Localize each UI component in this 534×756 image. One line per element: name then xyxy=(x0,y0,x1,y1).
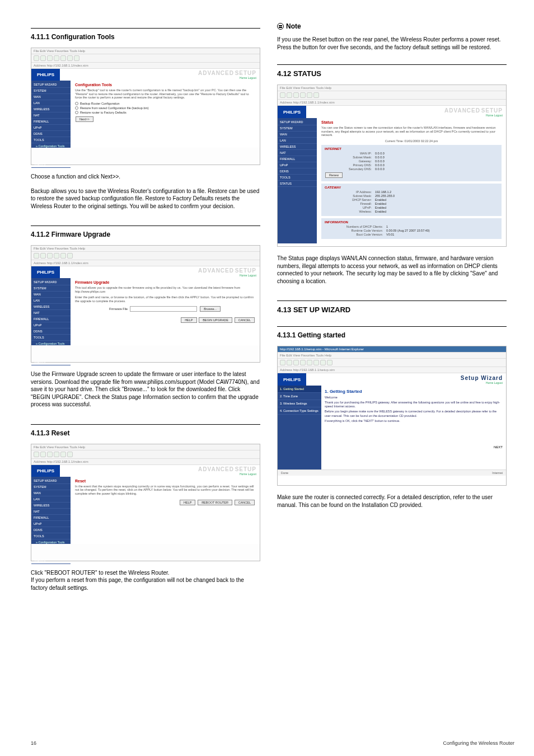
nav-setup-wizard[interactable]: SETUP WIZARD xyxy=(31,82,71,88)
favorites-icon[interactable] xyxy=(313,92,319,98)
help-button[interactable]: HELP xyxy=(181,317,196,323)
address-bar[interactable]: Address http://192.168.1.1/index.stm xyxy=(31,459,260,465)
wizard-step-1[interactable]: 1. Getting Started xyxy=(278,386,321,393)
wizard-step-3[interactable]: 3. Wireless Settings xyxy=(278,400,321,407)
wizard-line-3: If everything is OK, click the "NEXT" bu… xyxy=(325,419,503,423)
wizard-step-2[interactable]: 2. Time Zone xyxy=(278,393,321,400)
favorites-icon[interactable] xyxy=(67,452,73,457)
home-logout-links[interactable]: Home Logout xyxy=(486,381,503,384)
cancel-button[interactable]: CANCEL xyxy=(235,317,255,323)
panel-heading: Status xyxy=(321,120,502,124)
wizard-next-button[interactable]: NEXT xyxy=(494,445,503,449)
refresh-icon[interactable] xyxy=(300,360,306,365)
nav-system[interactable]: SYSTEM xyxy=(31,88,71,94)
search-icon[interactable] xyxy=(60,253,66,259)
text-reset-explain: Click "REBOOT ROUTER" to reset the Wirel… xyxy=(31,569,260,592)
home-logout-links[interactable]: Home Logout xyxy=(486,114,503,117)
address-bar[interactable]: Address http://192.168.1.1/index.stm xyxy=(278,100,506,106)
brand-logo: PHILIPS xyxy=(31,266,60,278)
nav-ddns[interactable]: DDNS xyxy=(31,131,71,137)
back-icon[interactable] xyxy=(34,55,39,61)
favorites-icon[interactable] xyxy=(74,55,79,61)
wizard-nav[interactable]: 1. Getting Started 2. Time Zone 3. Wirel… xyxy=(278,386,321,469)
browser-toolbar xyxy=(31,54,260,63)
back-icon[interactable] xyxy=(280,92,285,98)
status-information: INFORMATION Numbers of DHCP Clients:1 Ru… xyxy=(321,218,502,239)
back-icon[interactable] xyxy=(34,253,39,259)
address-bar[interactable]: Address http://192.168.1.1/index.stm xyxy=(31,260,260,266)
address-bar[interactable]: Address http://192.168.1.1/index.stm xyxy=(31,63,260,69)
wizard-heading: 1. Getting Started xyxy=(325,389,503,394)
reboot-router-button[interactable]: REBOOT ROUTER xyxy=(198,500,232,505)
browser-menubar: File Edit View Favorites Tools Help xyxy=(31,48,260,54)
history-icon[interactable] xyxy=(327,360,332,365)
begin-upgrade-button[interactable]: BEGIN UPGRADE xyxy=(199,317,232,323)
refresh-icon[interactable] xyxy=(54,55,59,61)
next-button[interactable]: Next>> xyxy=(76,116,93,122)
search-icon[interactable] xyxy=(67,55,73,61)
firmware-file-input[interactable] xyxy=(130,306,197,312)
home-icon[interactable] xyxy=(54,253,59,259)
stop-icon[interactable] xyxy=(293,360,299,365)
refresh-icon[interactable] xyxy=(47,452,53,457)
home-logout-links[interactable]: Home Logout xyxy=(240,274,256,277)
radio-icon xyxy=(75,111,78,114)
nav-nat[interactable]: NAT xyxy=(31,112,71,119)
nav-wan[interactable]: WAN xyxy=(31,94,71,100)
status-done: Done xyxy=(281,471,288,475)
stop-icon[interactable] xyxy=(47,55,53,61)
nav-wireless[interactable]: WIRELESS xyxy=(31,106,71,112)
browser-toolbar xyxy=(278,91,506,100)
rule xyxy=(31,424,260,425)
browser-toolbar xyxy=(31,252,260,260)
forward-icon[interactable] xyxy=(287,92,292,98)
side-nav[interactable]: SETUP WIZARD SYSTEM WAN LAN WIRELESS NAT… xyxy=(31,81,71,148)
favorites-icon[interactable] xyxy=(320,360,326,365)
forward-icon[interactable] xyxy=(287,360,292,365)
radio-backup[interactable]: Backup Router Configuration xyxy=(75,102,255,105)
address-bar[interactable]: Address http://192.168.1.1/setup.stm xyxy=(278,367,506,373)
wizard-step-4[interactable]: 4. Connection Type Settings xyxy=(278,407,321,415)
text-choose-function: Choose a function and click Next>>. xyxy=(31,173,260,181)
advanced-label: ADVANCED xyxy=(198,70,234,76)
side-nav[interactable]: SETUP WIZARD SYSTEM WAN LAN WIRELESS NAT… xyxy=(31,278,71,345)
side-nav[interactable]: SETUP WIZARD SYSTEM WAN LAN WIRELESS NAT… xyxy=(278,118,317,243)
search-icon[interactable] xyxy=(60,452,66,457)
forward-icon[interactable] xyxy=(40,253,46,259)
status-internet: Internet xyxy=(492,471,503,475)
panel-desc: You can use the Status screen to see the… xyxy=(321,126,502,137)
heading-4-12: 4.12 STATUS xyxy=(277,69,507,78)
screenshot-wizard: http://192.168.1.1/setup.stm - Microsoft… xyxy=(277,346,507,486)
search-icon[interactable] xyxy=(313,360,319,365)
help-button[interactable]: HELP xyxy=(180,500,195,505)
home-icon[interactable] xyxy=(307,360,312,365)
nav-lan[interactable]: LAN xyxy=(31,100,71,106)
forward-icon[interactable] xyxy=(40,452,46,457)
screenshot-firmware: File Edit View Favorites Tools Help Addr… xyxy=(31,245,260,363)
cancel-button[interactable]: CANCEL xyxy=(235,500,255,505)
favorites-icon[interactable] xyxy=(67,253,73,259)
home-logout-links[interactable]: Home Logout xyxy=(240,472,256,476)
rule xyxy=(277,326,507,327)
home-logout-links[interactable]: Home Logout xyxy=(240,76,256,79)
browse-button[interactable]: Browse... xyxy=(200,306,221,312)
radio-restore[interactable]: Restore from saved Configuration file (b… xyxy=(75,106,255,110)
right-column: Note If you use the Reset button on the … xyxy=(277,22,507,745)
renew-button[interactable]: Renew xyxy=(325,172,343,178)
back-icon[interactable] xyxy=(34,452,39,457)
refresh-icon[interactable] xyxy=(47,253,53,259)
radio-factory[interactable]: Restore router to Factory Defaults xyxy=(75,111,255,114)
nav-firewall[interactable]: FIREWALL xyxy=(31,119,71,125)
rule xyxy=(31,28,260,29)
forward-icon[interactable] xyxy=(40,55,46,61)
home-icon[interactable] xyxy=(60,55,66,61)
nav-upnp[interactable]: UPnP xyxy=(31,125,71,131)
search-icon[interactable] xyxy=(307,92,312,98)
home-icon[interactable] xyxy=(54,452,59,457)
screenshot-reset: File Edit View Favorites Tools Help Addr… xyxy=(31,444,260,561)
refresh-icon[interactable] xyxy=(293,92,299,98)
back-icon[interactable] xyxy=(280,360,285,365)
side-nav[interactable]: SETUP WIZARD SYSTEM WAN LAN WIRELESS NAT… xyxy=(31,477,71,544)
nav-tools[interactable]: TOOLS xyxy=(31,137,71,143)
home-icon[interactable] xyxy=(300,92,306,98)
